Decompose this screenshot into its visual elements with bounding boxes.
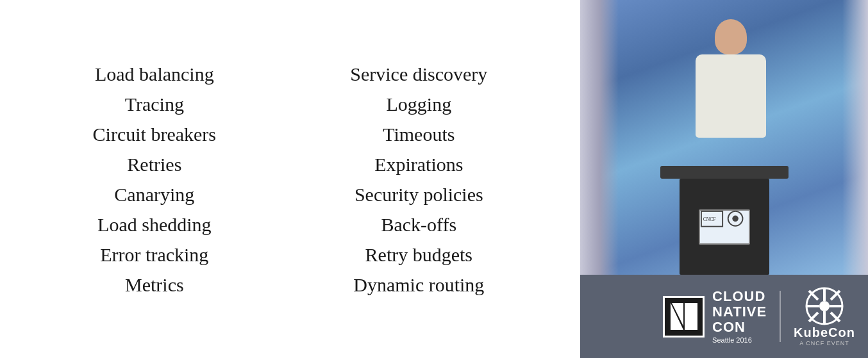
logo-divider bbox=[780, 291, 781, 342]
podium-top bbox=[660, 166, 789, 179]
right-item-1: Logging bbox=[386, 92, 451, 117]
left-item-5: Load shedding bbox=[97, 212, 211, 237]
left-item-4: Canarying bbox=[114, 182, 194, 207]
right-item-4: Security policies bbox=[355, 182, 483, 207]
slide-content: Load balancingTracingCircuit breakersRet… bbox=[0, 0, 580, 358]
photo-background: CNCF CLOUD bbox=[580, 0, 868, 358]
kubecon-logo: KubeCon A CNCF EVENT bbox=[794, 287, 855, 346]
podium-body: CNCF bbox=[680, 179, 769, 275]
podium-screen: CNCF bbox=[699, 209, 750, 245]
left-item-3: Retries bbox=[127, 152, 181, 177]
cloud-native-con-logo: CLOUD NATIVE CON Seattle 2016 bbox=[663, 289, 767, 345]
right-item-5: Back-offs bbox=[381, 212, 456, 237]
left-item-2: Circuit breakers bbox=[93, 122, 216, 147]
left-item-7: Metrics bbox=[125, 272, 184, 297]
svg-text:CNCF: CNCF bbox=[703, 216, 715, 222]
svg-point-3 bbox=[732, 215, 739, 222]
left-item-6: Error tracking bbox=[100, 242, 208, 267]
person-body bbox=[696, 54, 766, 138]
speaker-person bbox=[689, 19, 760, 138]
right-item-0: Service discovery bbox=[350, 61, 487, 86]
city-text: Seattle 2016 bbox=[712, 336, 767, 344]
left-item-0: Load balancing bbox=[95, 61, 214, 86]
right-column: Service discoveryLoggingTimeoutsExpirati… bbox=[350, 61, 487, 297]
kubecon-label: KubeCon bbox=[794, 325, 855, 340]
right-item-3: Expirations bbox=[374, 152, 463, 177]
kubecon-wheel-icon bbox=[805, 287, 844, 325]
right-item-7: Dynamic routing bbox=[353, 272, 484, 297]
cloud-line3: CON bbox=[712, 320, 767, 335]
cloud-line1: CLOUD bbox=[712, 289, 767, 304]
left-column: Load balancingTracingCircuit breakersRet… bbox=[93, 61, 216, 297]
svg-rect-5 bbox=[685, 303, 697, 330]
kubecon-sublabel: A CNCF EVENT bbox=[799, 340, 849, 346]
cloud-native-text: CLOUD NATIVE CON Seattle 2016 bbox=[712, 289, 767, 345]
person-head bbox=[715, 19, 747, 54]
cloud-line2: NATIVE bbox=[712, 304, 767, 320]
right-item-2: Timeouts bbox=[383, 122, 455, 147]
right-item-6: Retry budgets bbox=[365, 242, 472, 267]
left-item-1: Tracing bbox=[125, 92, 184, 117]
svg-point-8 bbox=[819, 301, 830, 311]
podium: CNCF bbox=[660, 166, 789, 275]
photo-area: CNCF CLOUD bbox=[580, 0, 868, 358]
slide-area: Load balancingTracingCircuit breakersRet… bbox=[0, 0, 580, 358]
cncf-icon bbox=[663, 296, 705, 338]
bottom-bar: CLOUD NATIVE CON Seattle 2016 bbox=[580, 275, 868, 358]
